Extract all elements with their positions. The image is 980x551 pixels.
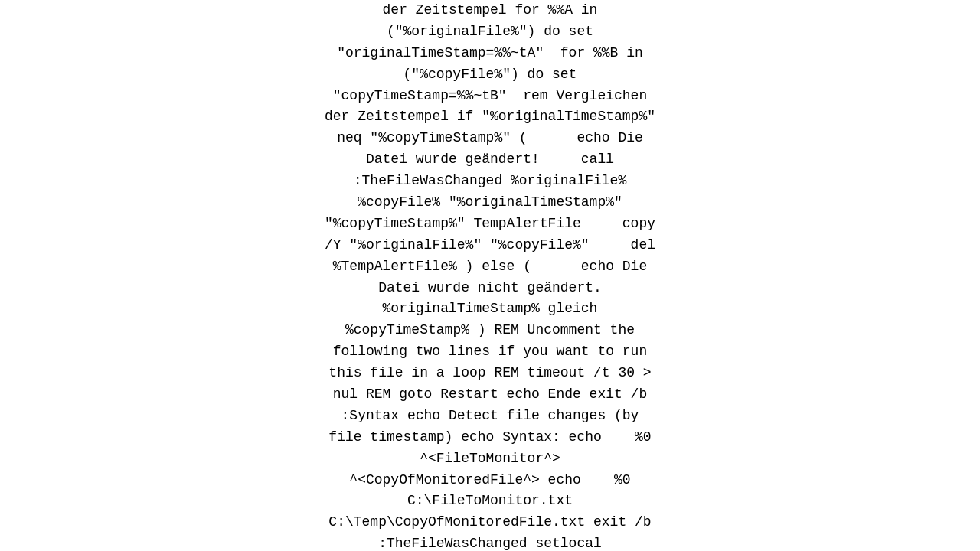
code-block: der Zeitstempel for %%A in ("%originalFi… — [309, 0, 671, 551]
main-content: der Zeitstempel for %%A in ("%originalFi… — [0, 0, 980, 551]
